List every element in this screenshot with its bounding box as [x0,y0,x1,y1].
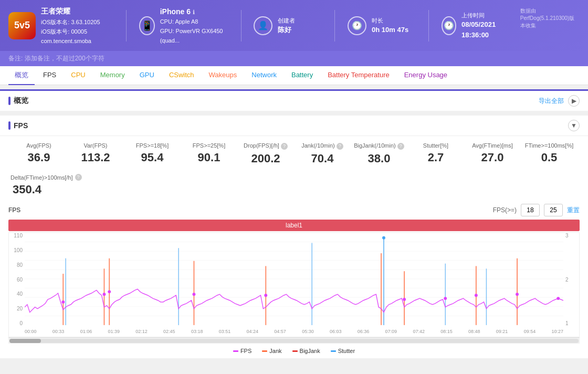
creator-value: 陈好 [278,25,295,35]
svg-point-30 [382,236,385,240]
device-name: iPhone 6 ℹ [160,6,228,17]
notes-placeholder: 备注: 添加备注，不超过200个字符 [8,55,104,62]
y-axis-left: 110 100 80 60 40 20 0 [9,233,25,326]
collapse-button[interactable]: ▶ [568,95,580,107]
fps-section: FPS ▼ Avg(FPS) 36.9 Var(FPS) 113.2 FPS>=… [0,116,588,358]
upload-text: 上传时间 08/05/2021 18:36:00 [461,11,510,40]
stat-drop-fps: Drop(FPS)[/h] ? 200.2 [237,142,294,165]
upload-value: 08/05/2021 18:36:00 [461,19,510,40]
creator-icon: 👤 [254,16,272,35]
app-icon: 5v5 [8,12,36,39]
device-icon: 📱 [139,16,155,35]
divider4 [428,10,429,41]
chart-area: 110 100 80 60 40 20 0 3 2 1 Jank [8,232,580,337]
stat-ftime-100: FTime>=100ms[%] 0.5 [521,142,578,165]
stat-var-fps: Var(FPS) 113.2 [67,142,124,165]
divider [126,10,127,41]
duration-text: 时长 0h 10m 47s [372,16,408,35]
chart-fps-label: FPS [8,206,20,214]
divider3 [334,10,335,41]
tab-gpu[interactable]: GPU [133,67,161,84]
help-icon-drop[interactable]: ? [281,143,288,150]
legend-stutter-dot [331,350,336,352]
version-note: 数据由PerfDog(5.1.210300)版本收集 [520,5,580,29]
legend-stutter: Stutter [331,348,355,354]
device-text: iPhone 6 ℹ CPU: Apple A8 GPU: PowerVR GX… [160,6,228,45]
fps-header: FPS ▼ [0,116,588,136]
threshold-input-25[interactable] [544,204,563,216]
stat-fps-25: FPS>=25[%] 90.1 [181,142,237,165]
chart-legend: FPS Jank BigJank Stutter [8,344,580,358]
fps-chart-svg [25,233,563,325]
chart-label-bar: label1 [8,220,580,231]
help-icon-delta[interactable]: ? [75,174,82,181]
stat-avg-ftime: Avg(FTime)[ms] 27.0 [464,142,521,165]
tab-cpu[interactable]: CPU [65,67,91,84]
legend-jank-dot [262,350,267,352]
divider2 [241,10,242,41]
upload-block: 🕐 上传时间 08/05/2021 18:36:00 [442,11,510,40]
device-gpu: GPU: PowerVR GX6450 (quad... [160,27,228,45]
duration-value: 0h 10m 47s [372,25,408,35]
tab-cswitch[interactable]: CSwitch [163,67,201,84]
app-bundle: com.tencent.smoba [41,37,100,46]
chart-container: label1 110 100 80 60 40 20 0 3 2 1 Jank [8,220,580,358]
fps-collapse-button[interactable]: ▼ [568,120,580,131]
svg-point-25 [61,300,65,304]
fps-stats-row: Avg(FPS) 36.9 Var(FPS) 113.2 FPS>=18[%] … [0,136,588,172]
creator-text: 创建者 陈好 [278,16,295,35]
scrollbar-track [9,339,579,343]
tab-battery[interactable]: Battery [285,67,319,84]
help-icon-jank[interactable]: ? [337,143,343,150]
tab-fps[interactable]: FPS [37,67,62,84]
scrollbar-thumb[interactable] [9,339,41,343]
threshold-label: FPS(>=) [493,206,517,214]
fps-threshold: FPS(>=) 重置 [493,204,580,216]
app-ios-build: iOS版本号: 00005 [41,27,100,37]
clock-icon: 🕐 [348,16,366,35]
y-axis-right: 3 2 1 Jank [563,233,579,326]
x-axis: 00:00 00:33 01:06 01:39 02:12 02:45 03:1… [25,326,563,337]
svg-point-31 [403,298,406,301]
jank-axis-label: Jank [579,275,580,285]
legend-bigjank: BigJank [292,348,320,354]
tab-memory[interactable]: Memory [94,67,131,84]
duration-block: 🕐 时长 0h 10m 47s [348,16,416,35]
svg-point-27 [108,290,111,294]
tab-wakeups[interactable]: Wakeups [203,67,244,84]
delta-row: Delta(FTime)>100ms[/h] ? 350.4 [0,172,588,201]
creator-block: 👤 创建者 陈好 [254,16,322,35]
app-name: 王者荣耀 [41,5,100,17]
duration-label: 时长 [372,16,408,25]
notes-bar[interactable]: 备注: 添加备注，不超过200个字符 [0,51,588,66]
help-icon-bigjank[interactable]: ? [397,143,404,150]
header: 5v5 王者荣耀 iOS版本名: 3.63.10205 iOS版本号: 0000… [0,0,588,51]
export-button[interactable]: 导出全部 [539,97,564,106]
stat-jank: Jank(/10min) ? 70.4 [294,142,351,165]
chart-scrollbar[interactable] [8,337,580,344]
tab-energy[interactable]: Energy Usage [398,67,454,84]
app-ios-version: iOS版本名: 3.63.10205 [41,18,100,27]
legend-jank: Jank [262,348,281,354]
svg-point-32 [444,297,447,300]
upload-label: 上传时间 [461,11,510,20]
tab-network[interactable]: Network [245,67,283,84]
stat-bigjank: BigJank(/10min) ? 38.0 [351,142,407,165]
svg-point-33 [475,294,478,297]
legend-fps-dot [233,350,238,352]
fps-title: FPS [8,121,28,130]
svg-point-26 [103,293,106,296]
delta-value: 350.4 [10,183,578,196]
overview-title: 概览 [8,96,28,106]
reset-button[interactable]: 重置 [567,206,580,215]
tab-battery-temp[interactable]: Battery Temperature [321,67,396,84]
tab-overview[interactable]: 概览 [8,66,35,85]
stat-stutter: Stutter[%] 2.7 [407,142,464,165]
threshold-input-18[interactable] [521,204,540,216]
creator-label: 创建者 [278,16,295,25]
legend-bigjank-dot [292,350,298,352]
tab-nav: 概览 FPS CPU Memory GPU CSwitch Wakeups Ne… [0,66,588,85]
legend-fps: FPS [233,348,251,354]
app-text: 王者荣耀 iOS版本名: 3.63.10205 iOS版本号: 00005 co… [41,5,100,46]
overview-section: 概览 导出全部 ▶ [0,89,588,111]
